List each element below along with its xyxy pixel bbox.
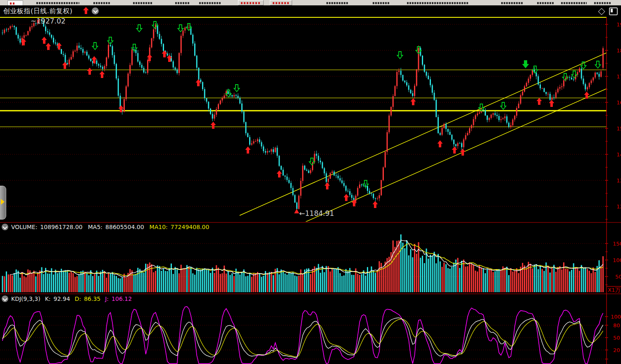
axis-label: 1400 — [616, 151, 621, 158]
ma10-label: MA10: — [150, 224, 168, 230]
ma5-label: MA5: — [88, 224, 102, 230]
d-line — [2, 319, 603, 357]
axis-label: 1700 — [616, 73, 621, 80]
toolbar-button[interactable] — [270, 0, 292, 5]
j-label: J: — [105, 295, 109, 302]
toolbar-item[interactable] — [199, 2, 221, 4]
buy-arrow-icon — [87, 68, 93, 75]
toolbar-item[interactable] — [537, 2, 554, 4]
toolbar-item[interactable] — [93, 2, 110, 4]
ma10-value: 77249408.00 — [171, 224, 209, 230]
chart-canvas[interactable]: ~1927.02←1184.91190018001700160015001400… — [0, 0, 621, 364]
kdj-collapse-icon[interactable] — [2, 295, 8, 302]
buy-arrow-icon — [211, 122, 216, 129]
axis-label: 80 — [613, 322, 620, 329]
low-price-annotation: ←1184.91 — [299, 209, 334, 217]
trendlines — [240, 53, 607, 229]
kdj-pane-header: KDJ(9,3,3) K: 92.94 D: 86.35 J: 106.12 — [2, 295, 132, 302]
buy-arrow-icon — [452, 147, 457, 154]
axis-label: 15000 — [613, 241, 621, 247]
app-root: ~1927.02←1184.91190018001700160015001400… — [0, 0, 621, 364]
axis-label: 100 — [611, 314, 621, 320]
axis-label: 1800 — [616, 47, 621, 54]
buy-arrow-icon — [245, 147, 251, 154]
kdj-lines — [2, 307, 603, 364]
volume-collapse-icon[interactable] — [2, 224, 8, 230]
expand-right-icon — [1, 199, 5, 205]
k-line — [2, 318, 603, 357]
toolbar-item[interactable] — [407, 2, 469, 4]
sidebar-expand-handle[interactable] — [0, 186, 6, 220]
toolbar-item[interactable] — [36, 2, 79, 4]
axis-label: 1600 — [616, 99, 621, 106]
toolbar-item[interactable] — [594, 2, 611, 4]
toolbar-item[interactable] — [501, 2, 523, 4]
axis-label: 50 — [613, 335, 620, 341]
volume-pane-header: VOLUME: 108961728.00 MA5: 88605504.00 MA… — [2, 224, 209, 230]
volume-unit-label: X1万 — [608, 287, 620, 293]
candles — [2, 18, 604, 212]
sell-arrow-icon — [397, 52, 403, 59]
buy-arrow-icon — [46, 43, 51, 50]
buy-arrow-icon — [411, 98, 416, 105]
d-value: 86.35 — [84, 295, 100, 302]
buy-arrow-icon — [438, 140, 443, 147]
axis-label: 1500 — [616, 125, 621, 132]
sell-arrow-icon — [501, 102, 506, 109]
sell-arrow-icon — [93, 43, 98, 50]
annotations: ~1927.02←1184.91 — [31, 17, 334, 217]
high-price-annotation: ~1927.02 — [31, 17, 66, 25]
toolbar-item[interactable] — [373, 2, 390, 4]
axis-label: 20 — [613, 347, 620, 353]
sell-arrow-icon — [137, 25, 142, 32]
buy-arrow-icon — [100, 71, 105, 78]
buy-arrow-icon — [277, 170, 282, 177]
volume-bars — [2, 234, 604, 292]
toolbar-item[interactable] — [175, 2, 190, 4]
buy-arrow-icon — [549, 100, 554, 107]
toolbar-item[interactable] — [561, 2, 587, 4]
axis-label: 5000 — [615, 274, 621, 280]
sell-arrow-icon — [533, 66, 538, 73]
buy-arrow-icon — [42, 37, 47, 44]
ma5-value: 88605504.00 — [105, 224, 144, 230]
volume-value: 108961728.00 — [40, 224, 82, 230]
toolbar-item[interactable] — [326, 2, 348, 4]
price-levels — [0, 17, 607, 127]
j-value: 106.12 — [112, 295, 132, 302]
axis-label: 1900 — [616, 21, 621, 28]
kdj-label: KDJ(9,3,3) — [11, 295, 40, 302]
diamond-icon[interactable] — [598, 8, 605, 15]
sell-arrow-icon — [572, 71, 577, 78]
symbol-title: 创业板指(日线.前复权) — [3, 7, 73, 16]
toolbar-button[interactable] — [238, 0, 264, 5]
sell-arrow-icon — [595, 61, 601, 68]
buy-arrow-icon — [162, 50, 167, 57]
volume-label: VOLUME: — [11, 224, 37, 230]
chevron-down-icon[interactable] — [92, 7, 99, 14]
buy-arrow-icon — [584, 92, 590, 99]
buy-arrow-icon — [344, 194, 349, 201]
axis-label: 10000 — [613, 257, 621, 263]
buy-arrow-icon — [373, 201, 378, 208]
gridlines — [0, 24, 607, 359]
k-value: 92.94 — [54, 295, 70, 302]
d-label: D: — [75, 295, 81, 302]
buy-arrow-icon — [537, 98, 542, 105]
toolbar-item[interactable] — [133, 2, 152, 4]
k-label: K: — [45, 295, 51, 302]
axis-label: 1300 — [616, 177, 621, 184]
signal-arrows — [21, 21, 601, 208]
trend-up-arrow-icon — [83, 7, 89, 14]
panel-toggle-icon[interactable] — [609, 7, 618, 15]
buy-arrow-icon — [325, 182, 330, 189]
price-axis: 1900180017001600150014001300120015000100… — [605, 17, 621, 364]
sell-arrow-icon — [523, 61, 528, 68]
chart-titlebar: 创业板指(日线.前复权) — [0, 5, 621, 17]
axis-label: 1200 — [616, 203, 621, 210]
low-marker-icon — [294, 209, 299, 213]
sell-arrow-icon — [234, 85, 240, 92]
